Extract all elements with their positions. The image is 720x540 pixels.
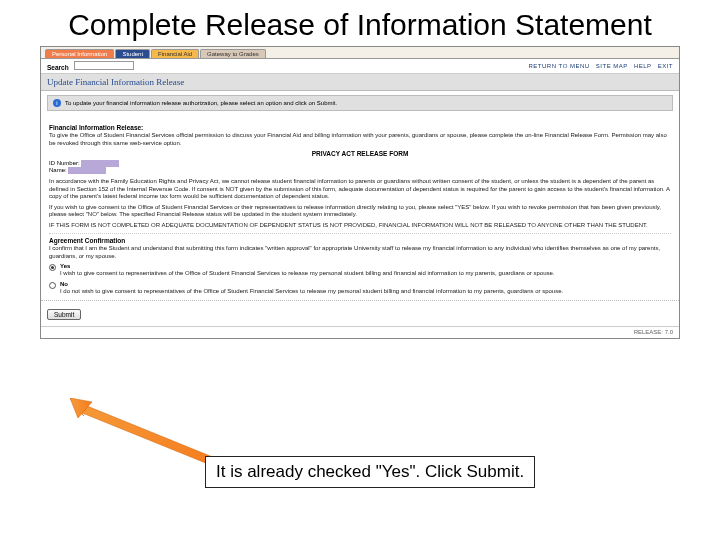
search-label: Search (47, 64, 69, 71)
intro-bar: i To update your financial information r… (47, 95, 673, 111)
privacy-para-2: If you wish to give consent to the Offic… (49, 204, 671, 219)
page-heading: Update Financial Information Release (41, 74, 679, 91)
radio-no[interactable] (49, 282, 56, 289)
name-label: Name: (49, 167, 67, 173)
option-no-row: No I do not wish to give consent to repr… (49, 281, 671, 296)
tab-personal[interactable]: Personal Information (45, 49, 114, 58)
app-window: Personal Information Student Financial A… (40, 46, 680, 339)
name-redacted (68, 167, 106, 174)
tab-finaid[interactable]: Financial Aid (151, 49, 199, 58)
tab-student[interactable]: Student (115, 49, 150, 58)
tab-bar: Personal Information Student Financial A… (41, 47, 679, 59)
id-redacted (81, 160, 119, 167)
slide-title: Complete Release of Information Statemen… (0, 0, 720, 46)
privacy-para-1: In accordance with the Family Education … (49, 178, 671, 201)
link-menu[interactable]: RETURN TO MENU (529, 63, 590, 69)
callout-box: It is already checked "Yes". Click Submi… (205, 456, 535, 488)
section-release-body: To give the Office of Student Financial … (49, 132, 671, 147)
info-icon: i (53, 99, 61, 107)
radio-no-body: I do not wish to give consent to represe… (60, 288, 563, 296)
privacy-heading: PRIVACY ACT RELEASE FORM (49, 150, 671, 157)
svg-marker-1 (70, 398, 92, 418)
link-help[interactable]: HELP (634, 63, 652, 69)
radio-yes-label: Yes (60, 263, 70, 269)
id-label: ID Number: (49, 160, 80, 166)
svg-marker-0 (70, 398, 220, 468)
privacy-para-3: IF THIS FORM IS NOT COMPLETED OR ADEQUAT… (49, 222, 671, 230)
link-exit[interactable]: EXIT (658, 63, 673, 69)
content: Financial Information Release: To give t… (41, 115, 679, 297)
radio-no-label: No (60, 281, 68, 287)
intro-text: To update your financial information rel… (65, 100, 337, 106)
section-release-heading: Financial Information Release: (49, 121, 671, 131)
agreement-body: I confirm that I am the Student and unde… (49, 245, 671, 260)
search-input[interactable] (74, 61, 134, 70)
top-row: Search RETURN TO MENU SITE MAP HELP EXIT (41, 59, 679, 74)
radio-yes-body: I wish to give consent to representative… (60, 270, 555, 278)
top-links: RETURN TO MENU SITE MAP HELP EXIT (525, 63, 673, 69)
option-yes-row: Yes I wish to give consent to representa… (49, 263, 671, 278)
radio-yes[interactable] (49, 264, 56, 271)
agreement-heading: Agreement Confirmation (49, 233, 671, 244)
submit-button[interactable]: Submit (47, 309, 81, 320)
tab-gateway[interactable]: Gateway to Grades (200, 49, 266, 58)
id-line: ID Number: Name: (49, 160, 671, 174)
link-sitemap[interactable]: SITE MAP (596, 63, 628, 69)
footer: RELEASE: 7.0 (41, 326, 679, 338)
release-label: RELEASE: 7.0 (634, 329, 673, 335)
